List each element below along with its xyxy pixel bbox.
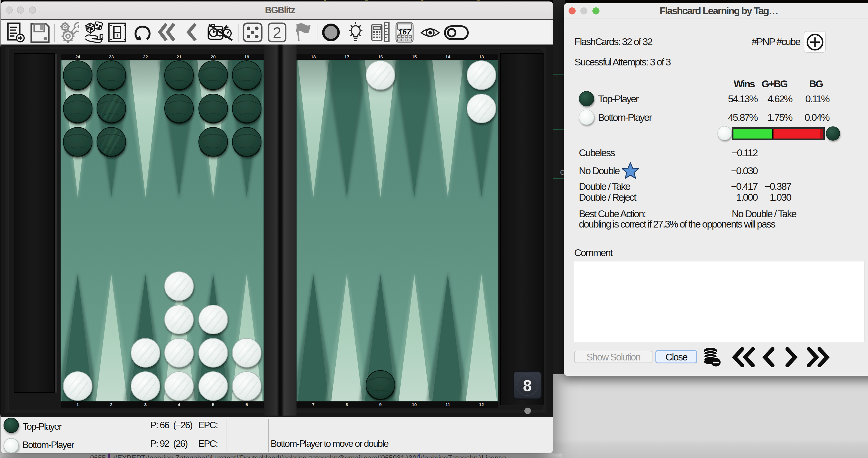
svg-text:167: 167 bbox=[398, 27, 411, 36]
svg-text:20: 20 bbox=[211, 54, 216, 59]
svg-text:15: 15 bbox=[412, 54, 417, 59]
svg-text:13: 13 bbox=[479, 54, 484, 59]
svg-text:14: 14 bbox=[445, 54, 451, 59]
svg-text:17: 17 bbox=[344, 54, 349, 59]
svg-text:1: 1 bbox=[76, 402, 79, 407]
svg-text:11: 11 bbox=[445, 402, 450, 407]
svg-text:7: 7 bbox=[312, 402, 314, 407]
svg-text:2: 2 bbox=[110, 402, 113, 407]
svg-text:23: 23 bbox=[109, 54, 114, 59]
svg-text:10: 10 bbox=[412, 402, 417, 407]
svg-text:8: 8 bbox=[523, 377, 532, 394]
svg-text:9: 9 bbox=[379, 402, 381, 407]
svg-text:12: 12 bbox=[479, 402, 484, 407]
svg-text:6: 6 bbox=[246, 402, 248, 407]
svg-text:19: 19 bbox=[244, 54, 249, 59]
svg-text:21: 21 bbox=[177, 54, 182, 59]
svg-text:16: 16 bbox=[378, 54, 383, 59]
svg-text:24: 24 bbox=[75, 54, 81, 59]
svg-text:2: 2 bbox=[273, 24, 281, 41]
svg-text:4: 4 bbox=[178, 402, 181, 407]
svg-text:18: 18 bbox=[311, 54, 316, 59]
svg-text:3: 3 bbox=[144, 402, 147, 407]
svg-text:22: 22 bbox=[143, 54, 148, 59]
svg-text:8: 8 bbox=[346, 402, 348, 407]
svg-text:5: 5 bbox=[212, 402, 214, 407]
